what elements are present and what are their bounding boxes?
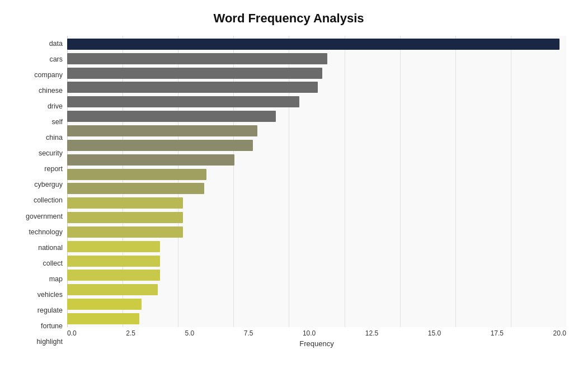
bar-row <box>67 53 566 65</box>
y-axis: datacarscompanychinesedriveselfchinasecu… <box>11 36 67 350</box>
x-tick: 5.0 <box>185 329 194 337</box>
bar-row <box>67 38 566 50</box>
y-label: vehicles <box>37 288 63 301</box>
bars-area <box>67 36 566 327</box>
bar-row <box>67 182 566 195</box>
bar <box>67 82 318 93</box>
bar-row <box>67 168 566 181</box>
bar-row <box>67 269 566 281</box>
x-tick: 12.5 <box>365 329 378 337</box>
bar-row <box>67 197 566 209</box>
y-label: government <box>26 210 63 223</box>
x-axis: 0.02.55.07.510.012.515.017.520.0 Frequen… <box>67 327 566 350</box>
bar <box>67 125 257 136</box>
chart-area: datacarscompanychinesedriveselfchinasecu… <box>11 36 566 350</box>
bar-row <box>67 211 566 224</box>
bar-row <box>67 96 566 108</box>
bar <box>67 111 276 122</box>
x-ticks: 0.02.55.07.510.012.515.017.520.0 <box>67 327 566 337</box>
bar-row <box>67 110 566 122</box>
bars-rows <box>67 36 566 327</box>
y-label: chinese <box>39 84 63 97</box>
y-label: company <box>34 68 63 82</box>
y-label: technology <box>29 225 63 239</box>
bar <box>67 313 139 324</box>
y-label: national <box>38 241 63 254</box>
bar <box>67 96 299 107</box>
y-label: fortune <box>41 319 63 333</box>
x-tick: 15.0 <box>428 329 441 337</box>
bar-row <box>67 81 566 93</box>
y-label: report <box>44 162 63 176</box>
y-label: collection <box>34 193 63 207</box>
bar <box>67 53 327 64</box>
bar <box>67 299 142 310</box>
bar <box>67 154 234 166</box>
bar-row <box>67 313 566 325</box>
x-tick: 17.5 <box>491 329 504 337</box>
bar-row <box>67 125 566 137</box>
bars-and-xaxis: 0.02.55.07.510.012.515.017.520.0 Frequen… <box>67 36 566 350</box>
x-tick: 7.5 <box>244 329 253 337</box>
x-tick: 2.5 <box>126 329 135 337</box>
bar-row <box>67 67 566 79</box>
bar <box>67 256 160 267</box>
bar-row <box>67 255 566 267</box>
bar <box>67 68 322 79</box>
x-tick: 10.0 <box>303 329 316 337</box>
x-tick: 0.0 <box>67 329 77 337</box>
bar <box>67 183 204 194</box>
bar <box>67 284 158 295</box>
x-tick: 20.0 <box>553 329 566 337</box>
y-label: drive <box>48 100 63 113</box>
bar <box>67 140 253 151</box>
bar <box>67 39 560 50</box>
bar-row <box>67 154 566 166</box>
y-label: collect <box>43 257 63 270</box>
y-label: map <box>49 272 63 286</box>
bar-row <box>67 240 566 253</box>
bar-row <box>67 284 566 296</box>
y-label: regulate <box>37 304 63 317</box>
bar-row <box>67 226 566 238</box>
x-axis-label: Frequency <box>67 339 566 348</box>
bar-row <box>67 139 566 152</box>
bar <box>67 270 160 281</box>
bar-row <box>67 298 566 310</box>
bar <box>67 197 183 209</box>
bar <box>67 212 183 223</box>
y-label: cars <box>49 53 63 66</box>
y-label: china <box>46 131 63 144</box>
y-label: highlight <box>36 335 63 348</box>
chart-container: Word Frequency Analysis datacarscompanyc… <box>0 0 583 392</box>
y-label: cyberguy <box>34 178 63 191</box>
y-label: security <box>39 147 63 160</box>
chart-title: Word Frequency Analysis <box>11 11 566 26</box>
bar <box>67 226 183 238</box>
bar <box>67 241 160 252</box>
y-label: self <box>52 115 63 129</box>
bar <box>67 169 206 180</box>
y-label: data <box>49 37 63 50</box>
